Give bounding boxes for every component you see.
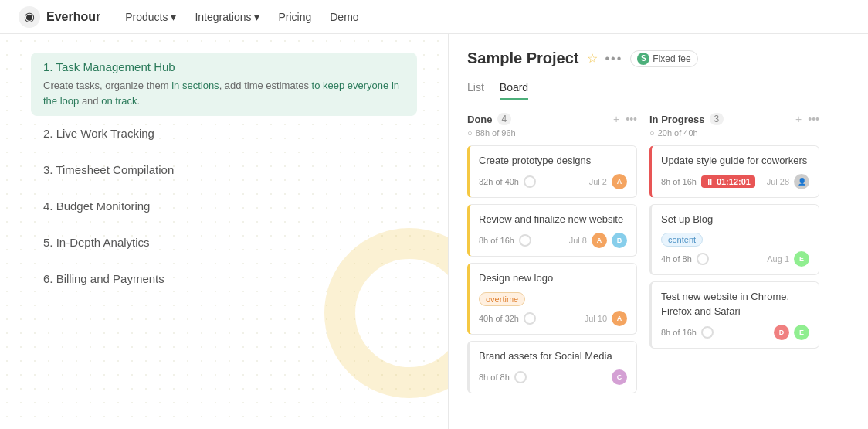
feature-item-5[interactable]: 5. In-Depth Analytics: [31, 228, 417, 261]
add-card-icon[interactable]: +: [795, 113, 802, 125]
nav-pricing[interactable]: Pricing: [278, 11, 311, 23]
time-circle-icon: [514, 371, 527, 383]
card-logo-footer: 40h of 32h Jul 10 A: [479, 311, 627, 326]
avatar-e: E: [794, 325, 809, 340]
content-tag: content: [661, 233, 703, 247]
card-brand-title: Brand assets for Social Media: [479, 349, 627, 363]
features-panel: 1. Task Management Hub Create tasks, org…: [0, 34, 448, 429]
card-website-time: 8h of 16h: [479, 236, 514, 245]
column-inprogress-title: In Progress: [649, 114, 705, 125]
feature-title-3: 3. Timesheet Compilation: [43, 163, 405, 176]
card-prototype-date: Jul 2: [589, 177, 607, 186]
card-test-website-footer: 8h of 16h D E: [661, 325, 809, 340]
card-brand-footer: 8h of 8h C: [479, 369, 627, 385]
card-styleguide-date-meta: Jul 28 👤: [767, 174, 809, 189]
card-prototype-date-meta: Jul 2 A: [589, 174, 627, 189]
card-logo-meta: 40h of 32h: [479, 312, 536, 325]
column-done-count: 4: [497, 113, 512, 125]
card-brand-meta: 8h of 8h: [479, 371, 527, 383]
clock-icon: ○: [467, 128, 473, 138]
feature-title-4: 4. Budget Monitoring: [43, 199, 405, 213]
avatar: 👤: [794, 174, 809, 189]
card-logo-date-meta: Jul 10 A: [585, 311, 627, 326]
card-brand-time: 8h of 8h: [479, 373, 510, 382]
card-website-date-meta: Jul 8 A B: [569, 233, 627, 248]
column-done-header: Done 4 + •••: [467, 113, 637, 125]
card-test-website-avatar-meta: D E: [774, 325, 809, 340]
main-layout: 1. Task Management Hub Create tasks, org…: [0, 34, 868, 429]
time-circle-icon: [524, 312, 536, 325]
feature-item-1[interactable]: 1. Task Management Hub Create tasks, org…: [31, 53, 417, 116]
card-logo-title: Design new logo: [479, 271, 627, 285]
fee-icon: S: [637, 53, 649, 65]
card-logo[interactable]: Design new logo overtime 40h of 32h Jul …: [467, 263, 637, 334]
avatar: A: [612, 311, 627, 326]
card-styleguide-date: Jul 28: [767, 177, 789, 186]
column-done: Done 4 + ••• ○ 88h of 96h Create prototy…: [467, 113, 637, 400]
nav-integrations[interactable]: Integrations ▾: [195, 11, 259, 23]
card-test-website-meta: 8h of 16h: [661, 326, 714, 339]
feature-title-5: 5. In-Depth Analytics: [43, 236, 405, 249]
card-styleguide-time: 8h of 16h: [661, 177, 697, 186]
card-prototype-footer: 32h of 40h Jul 2 A: [479, 174, 627, 189]
card-test-website-time: 8h of 16h: [661, 328, 697, 337]
card-website-title: Review and finalize new website: [479, 213, 627, 226]
card-website-meta: 8h of 16h: [479, 234, 531, 247]
timer-badge: 01:12:01: [701, 175, 755, 188]
card-blog-date: Aug 1: [767, 254, 789, 264]
card-blog-meta: 4h of 8h: [661, 253, 709, 265]
card-brand[interactable]: Brand assets for Social Media 8h of 8h C: [467, 341, 637, 393]
card-blog[interactable]: Set up Blog content 4h of 8h Aug 1 E: [649, 204, 819, 275]
feature-title-2: 2. Live Work Tracking: [43, 127, 405, 140]
column-inprogress-actions[interactable]: + •••: [795, 113, 819, 125]
card-prototype-time: 32h of 40h: [479, 177, 519, 186]
column-menu-icon[interactable]: •••: [808, 113, 819, 125]
add-card-icon[interactable]: +: [613, 113, 619, 125]
feature-item-3[interactable]: 3. Timesheet Compilation: [31, 155, 417, 189]
project-title: Sample Project: [467, 49, 579, 67]
logo[interactable]: ◉ Everhour: [19, 6, 100, 28]
project-tabs: List Board: [467, 77, 849, 100]
star-icon[interactable]: ☆: [587, 51, 598, 66]
card-styleguide-title: Update style guide for coworkers: [661, 154, 809, 168]
card-brand-avatar-meta: C: [612, 369, 627, 385]
card-test-website[interactable]: Test new website in Chrome, Firefox and …: [649, 281, 819, 348]
avatar: C: [612, 369, 627, 385]
avatar-b: B: [612, 233, 627, 248]
column-menu-icon[interactable]: •••: [626, 113, 637, 125]
nav-items: Products ▾ Integrations ▾ Pricing Demo: [125, 11, 358, 23]
more-options-icon[interactable]: •••: [605, 52, 623, 66]
time-circle-icon: [701, 326, 714, 339]
fixed-fee-label: Fixed fee: [653, 53, 690, 64]
column-inprogress-time: ○ 20h of 40h: [649, 128, 819, 138]
nav-demo[interactable]: Demo: [330, 11, 358, 23]
column-done-title: Done: [467, 114, 493, 125]
logo-text: Everhour: [46, 10, 100, 24]
overtime-tag: overtime: [479, 292, 525, 306]
board: Done 4 + ••• ○ 88h of 96h Create prototy…: [467, 113, 849, 400]
card-prototype[interactable]: Create prototype designs 32h of 40h Jul …: [467, 145, 637, 198]
feature-item-2[interactable]: 2. Live Work Tracking: [31, 119, 417, 152]
feature-item-6[interactable]: 6. Billing and Payments: [31, 264, 417, 298]
card-website[interactable]: Review and finalize new website 8h of 16…: [467, 204, 637, 257]
nav-products[interactable]: Products ▾: [125, 11, 176, 23]
column-inprogress-count: 3: [710, 113, 724, 125]
time-circle-icon: [524, 175, 536, 188]
card-blog-time: 4h of 8h: [661, 254, 692, 264]
avatar: E: [794, 251, 809, 267]
column-done-actions[interactable]: + •••: [613, 113, 637, 125]
fixed-fee-badge: S Fixed fee: [630, 50, 697, 67]
card-styleguide-footer: 8h of 16h 01:12:01 Jul 28 👤: [661, 174, 809, 189]
time-circle-icon: [697, 253, 709, 265]
tab-board[interactable]: Board: [500, 77, 528, 100]
clock-icon: ○: [649, 128, 655, 138]
column-inprogress-header: In Progress 3 + •••: [649, 113, 819, 125]
feature-item-4[interactable]: 4. Budget Monitoring: [31, 192, 417, 225]
card-blog-date-meta: Aug 1 E: [767, 251, 809, 267]
column-done-time: ○ 88h of 96h: [467, 128, 637, 138]
card-blog-footer: 4h of 8h Aug 1 E: [661, 251, 809, 267]
tab-list[interactable]: List: [467, 77, 484, 100]
project-panel: Sample Project ☆ ••• S Fixed fee List Bo…: [448, 34, 868, 429]
logo-icon: ◉: [19, 6, 40, 28]
card-styleguide[interactable]: Update style guide for coworkers 8h of 1…: [649, 145, 819, 198]
